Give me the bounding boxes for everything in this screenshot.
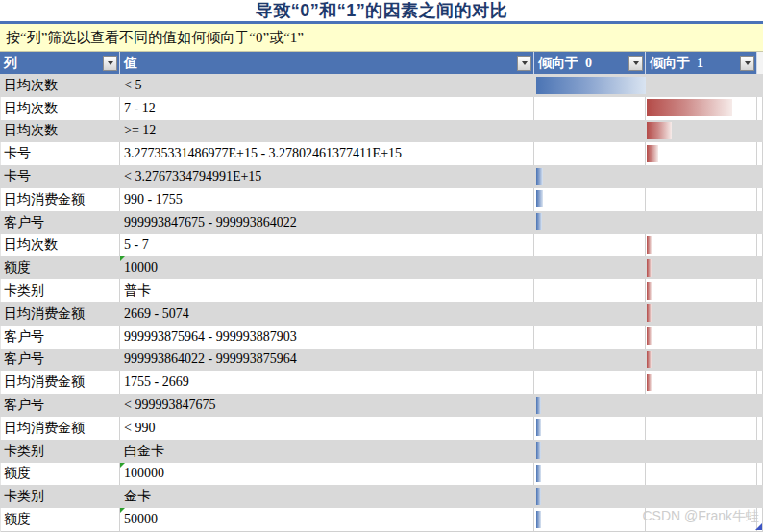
column-cell[interactable]: 客户号 <box>0 326 120 349</box>
column-cell[interactable]: 卡类别 <box>0 485 120 508</box>
value-cell[interactable]: 999993875964 - 999993887903 <box>120 326 534 349</box>
value-cell[interactable]: 5 - 7 <box>120 234 534 257</box>
column-cell[interactable]: 额度 <box>0 463 120 486</box>
favor0-cell[interactable] <box>534 394 646 417</box>
value-cell[interactable]: 3.27735331486977E+15 - 3.27802461377411E… <box>120 142 534 165</box>
favor1-cell[interactable] <box>646 188 757 211</box>
column-cell[interactable]: 卡号 <box>0 165 120 188</box>
favor0-cell[interactable] <box>534 97 646 120</box>
value-cell[interactable]: 10000 <box>120 256 534 279</box>
favor1-cell[interactable] <box>646 211 757 234</box>
row-sliver <box>757 165 763 188</box>
value-cell[interactable]: < 3.2767334794991E+15 <box>120 165 534 188</box>
favor0-cell[interactable] <box>534 349 646 372</box>
favor1-cell[interactable] <box>646 142 757 165</box>
favor1-cell[interactable] <box>646 440 757 463</box>
favor0-cell[interactable] <box>534 165 646 188</box>
value-cell[interactable]: 100000 <box>120 463 534 486</box>
favor1-cell[interactable] <box>646 485 757 508</box>
row-sliver <box>757 417 763 440</box>
column-cell[interactable]: 日均消费金额 <box>0 371 120 394</box>
column-cell[interactable]: 日均次数 <box>0 234 120 257</box>
favor1-cell[interactable] <box>646 349 757 372</box>
column-cell[interactable]: 客户号 <box>0 211 120 234</box>
favor0-cell[interactable] <box>534 211 646 234</box>
value-cell[interactable]: 2669 - 5074 <box>120 302 534 326</box>
header-cell-value[interactable]: 值 <box>120 52 534 74</box>
column-cell[interactable]: 卡类别 <box>0 279 120 302</box>
favor0-cell[interactable] <box>534 302 646 326</box>
favor0-cell[interactable] <box>534 371 646 394</box>
value-cell[interactable]: 999993847675 - 999993864022 <box>120 211 534 234</box>
favor1-cell[interactable] <box>646 302 757 326</box>
value-cell[interactable]: 1755 - 2669 <box>120 371 534 394</box>
favor0-cell[interactable] <box>534 508 646 531</box>
column-cell[interactable]: 日均次数 <box>0 97 120 120</box>
table-header-row: 列 值 倾向于 0 倾向于 1 <box>0 52 763 74</box>
favor0-cell[interactable] <box>534 463 646 486</box>
value-text: 999993864022 - 999993875964 <box>124 351 297 367</box>
favor0-cell[interactable] <box>534 279 646 302</box>
favor-1-bar <box>647 282 652 300</box>
column-cell[interactable]: 客户号 <box>0 349 120 372</box>
favor1-cell[interactable] <box>646 165 757 188</box>
header-cell-favor0[interactable]: 倾向于 0 <box>534 52 646 74</box>
favor1-cell[interactable] <box>646 234 757 257</box>
value-cell[interactable]: >= 12 <box>120 120 534 143</box>
filter-dropdown-column-icon[interactable] <box>103 56 117 71</box>
column-name-text: 额度 <box>4 259 31 277</box>
filter-dropdown-value-icon[interactable] <box>517 56 531 71</box>
favor0-cell[interactable] <box>534 440 646 463</box>
favor0-cell[interactable] <box>534 120 646 143</box>
value-cell[interactable]: 普卡 <box>120 279 534 302</box>
value-cell[interactable]: 7 - 12 <box>120 97 534 120</box>
favor0-cell[interactable] <box>534 326 646 349</box>
favor1-cell[interactable] <box>646 326 757 349</box>
value-cell[interactable]: 金卡 <box>120 485 534 508</box>
favor0-cell[interactable] <box>534 256 646 279</box>
column-cell[interactable]: 日均消费金额 <box>0 188 120 211</box>
favor0-cell[interactable] <box>534 417 646 440</box>
favor0-cell[interactable] <box>534 74 646 97</box>
favor0-cell[interactable] <box>534 142 646 165</box>
value-cell[interactable]: < 999993847675 <box>120 394 534 417</box>
column-cell[interactable]: 日均消费金额 <box>0 302 120 326</box>
column-cell[interactable]: 卡号 <box>0 142 120 165</box>
column-cell[interactable]: 日均消费金额 <box>0 417 120 440</box>
value-cell[interactable]: 990 - 1755 <box>120 188 534 211</box>
favor1-cell[interactable] <box>646 417 757 440</box>
value-cell[interactable]: < 5 <box>120 74 534 97</box>
column-cell[interactable]: 额度 <box>0 256 120 279</box>
column-cell[interactable]: 日均次数 <box>0 74 120 97</box>
value-cell[interactable]: 白金卡 <box>120 440 534 463</box>
favor1-cell[interactable] <box>646 371 757 394</box>
favor0-cell[interactable] <box>534 188 646 211</box>
favor1-cell[interactable] <box>646 256 757 279</box>
value-cell[interactable]: < 990 <box>120 417 534 440</box>
favor1-cell[interactable] <box>646 74 757 97</box>
column-cell[interactable]: 日均次数 <box>0 120 120 143</box>
filter-dropdown-favor0-icon[interactable] <box>628 56 643 71</box>
corner-marker-icon <box>755 523 762 530</box>
value-cell[interactable]: 50000 <box>120 508 534 531</box>
header-cell-favor1[interactable]: 倾向于 1 <box>646 52 757 74</box>
favor1-cell[interactable] <box>646 97 757 120</box>
favor-1-bar <box>647 304 652 322</box>
favor1-cell[interactable] <box>646 394 757 417</box>
favor1-cell[interactable] <box>646 279 757 302</box>
favor-0-bar <box>536 190 543 207</box>
column-cell[interactable]: 卡类别 <box>0 440 120 463</box>
favor1-cell[interactable] <box>646 463 757 486</box>
column-cell[interactable]: 额度 <box>0 508 120 531</box>
header-cell-column[interactable]: 列 <box>0 52 120 74</box>
column-cell[interactable]: 客户号 <box>0 394 120 417</box>
filter-dropdown-favor1-icon[interactable] <box>740 56 754 71</box>
column-name-text: 卡类别 <box>4 488 44 505</box>
favor0-cell[interactable] <box>534 234 646 257</box>
favor0-cell[interactable] <box>534 485 646 508</box>
value-cell[interactable]: 999993864022 - 999993875964 <box>120 349 534 372</box>
value-text: 白金卡 <box>124 443 164 460</box>
table-row: 客户号 999993864022 - 999993875964 <box>0 349 763 372</box>
table-row: 客户号 < 999993847675 <box>0 394 763 417</box>
favor1-cell[interactable] <box>646 120 757 143</box>
